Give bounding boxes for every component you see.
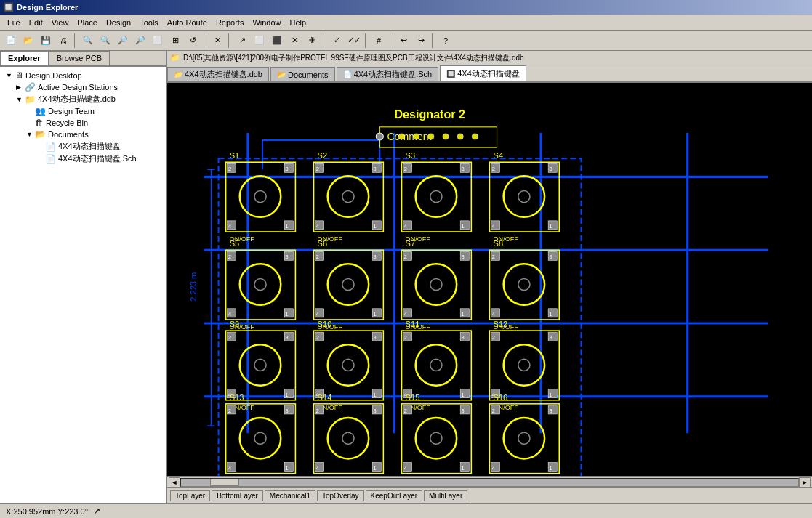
toolbar-fit[interactable]: ⊞ (167, 33, 183, 49)
toolbar-move[interactable]: ✙ (304, 33, 320, 49)
svg-text:2: 2 (228, 166, 232, 172)
layer-tabs: TopLayer BottomLayer Mechanical1 TopOver… (167, 487, 812, 503)
svg-text:1: 1 (373, 311, 377, 317)
svg-text:3: 3 (461, 334, 465, 341)
svg-text:2: 2 (316, 408, 320, 414)
tree-item-ddb[interactable]: ▼ 📁 4X4动态扫描键盘.ddb (3, 93, 163, 105)
status-bar: X:250.952mm Y:223.0° ↗ (0, 503, 812, 518)
toolbar-arrow[interactable]: ↗ (234, 33, 250, 49)
scroll-left-btn[interactable]: ◄ (169, 477, 180, 487)
toggle-ddb[interactable]: ▼ (16, 96, 23, 103)
svg-text:3: 3 (461, 408, 465, 414)
tree-item-documents[interactable]: ▼ 📂 Documents (3, 129, 163, 140)
recycle-bin-label: Recycle Bin (46, 118, 88, 127)
tree-item-desktop[interactable]: ▼ 🖥 Design Desktop (3, 70, 163, 81)
doc-tab-sch[interactable]: 📄 4X4动态扫描键盘.Sch (337, 67, 439, 81)
svg-text:S6: S6 (318, 239, 328, 248)
menu-autoroute[interactable]: Auto Route (163, 17, 212, 28)
svg-point-21 (414, 134, 419, 139)
svg-text:4: 4 (316, 465, 320, 472)
svg-text:2: 2 (228, 408, 232, 414)
scroll-right-btn[interactable]: ► (799, 477, 811, 487)
menu-place[interactable]: Place (73, 17, 102, 28)
toolbar-zoom-in[interactable]: 🔎 (115, 33, 131, 49)
ddb-icon: 📁 (25, 94, 36, 105)
svg-text:2: 2 (228, 334, 232, 341)
toggle-desktop[interactable]: ▼ (6, 72, 13, 79)
svg-text:Designator 2: Designator 2 (394, 108, 465, 121)
tree-item-pcb[interactable]: 📄 4X4动态扫描键盘 (3, 140, 163, 153)
menu-edit[interactable]: Edit (25, 17, 47, 28)
pcb-canvas[interactable]: 2.223 m Designator 2 Comment (167, 83, 812, 476)
scroll-track-h[interactable] (180, 478, 799, 487)
toolbar-drc[interactable]: ✓✓ (346, 33, 362, 49)
toolbar-select3[interactable]: ✕ (286, 33, 302, 49)
toolbar-undo[interactable]: ↩ (395, 33, 411, 49)
toolbar-save[interactable]: 💾 (38, 33, 54, 49)
svg-text:2.223 m: 2.223 m (189, 272, 198, 302)
tree-item-design-team[interactable]: 👥 Design Team (3, 105, 163, 117)
toolbar-refresh[interactable]: ↺ (185, 33, 201, 49)
doc-tab-documents[interactable]: 📂 Documents (270, 67, 335, 81)
layer-tab-bottomlayer[interactable]: BottomLayer (212, 490, 263, 501)
svg-text:S11: S11 (406, 320, 420, 328)
svg-text:3: 3 (373, 334, 377, 341)
layer-tab-multilayer[interactable]: MultiLayer (424, 490, 467, 501)
toolbar-hash[interactable]: # (371, 33, 387, 49)
toolbar-help[interactable]: ? (438, 33, 454, 49)
toolbar-search2[interactable]: 🔍 (97, 33, 113, 49)
tab-explorer[interactable]: Explorer (0, 51, 49, 65)
toolbar-redo[interactable]: ↪ (413, 33, 429, 49)
svg-text:S15: S15 (406, 393, 420, 402)
pcb-svg: 2.223 m Designator 2 Comment (167, 83, 812, 476)
layer-tab-mechanical1[interactable]: Mechanical1 (265, 490, 315, 501)
sep6 (390, 33, 393, 48)
right-panel: 📁 D:\[05]其他资源\[421]200例电子制作PROTEL 99SE硬件… (167, 51, 812, 503)
svg-text:3: 3 (549, 334, 552, 341)
svg-text:1: 1 (461, 223, 465, 230)
sep5 (365, 33, 368, 48)
toolbar-zoom-area[interactable]: ⬜ (150, 33, 166, 49)
toolbar-select2[interactable]: ⬛ (269, 33, 285, 49)
tree-item-sch[interactable]: 📄 4X4动态扫描键盘.Sch (3, 153, 163, 165)
toolbar-new[interactable]: 📄 (3, 33, 19, 49)
menu-bar: File Edit View Place Design Tools Auto R… (0, 15, 812, 31)
sep4 (323, 33, 326, 48)
sep7 (432, 33, 435, 48)
menu-window[interactable]: Window (248, 17, 285, 28)
menu-design[interactable]: Design (102, 17, 135, 28)
doc-path: D:\[05]其他资源\[421]200例电子制作PROTEL 99SE硬件原理… (183, 53, 524, 63)
svg-text:4: 4 (404, 223, 408, 230)
menu-file[interactable]: File (3, 17, 25, 28)
menu-reports[interactable]: Reports (212, 17, 249, 28)
menu-help[interactable]: Help (286, 17, 311, 28)
svg-text:S5: S5 (230, 239, 240, 248)
toggle-active-stations[interactable]: ▶ (16, 84, 23, 91)
layer-tab-toplayer[interactable]: TopLayer (170, 490, 210, 501)
toggle-documents[interactable]: ▼ (26, 131, 33, 138)
toolbar-open[interactable]: 📂 (20, 33, 36, 49)
toolbar-select-rect[interactable]: ⬜ (252, 33, 268, 49)
toolbar-cross[interactable]: ✕ (209, 33, 225, 49)
menu-view[interactable]: View (47, 17, 73, 28)
toolbar-search[interactable]: 🔍 (80, 33, 96, 49)
pcb-label: 4X4动态扫描键盘 (58, 141, 121, 152)
toolbar: 📄 📂 💾 🖨 🔍 🔍 🔎 🔎 ⬜ ⊞ ↺ ✕ ↗ ⬜ ⬛ ✕ ✙ ✓ ✓✓ #… (0, 31, 812, 51)
svg-text:4: 4 (492, 311, 496, 317)
toolbar-check[interactable]: ✓ (329, 33, 345, 49)
layer-tab-topoverlay[interactable]: TopOverlay (317, 490, 364, 501)
doc-tab-ddb[interactable]: 📁 4X4动态扫描键盘.ddb (167, 67, 269, 81)
toolbar-zoom-out[interactable]: 🔎 (132, 33, 148, 49)
doc-tabs: 📁 4X4动态扫描键盘.ddb 📂 Documents 📄 4X4动态扫描键盘.… (167, 65, 812, 83)
documents-label: Documents (48, 130, 89, 139)
tree-item-active-stations[interactable]: ▶ 🔗 Active Design Stations (3, 81, 163, 93)
layer-tab-keepoutlayer[interactable]: KeepOutLayer (366, 490, 423, 501)
menu-tools[interactable]: Tools (135, 17, 163, 28)
scroll-thumb-h[interactable] (210, 479, 239, 486)
tree-item-recycle-bin[interactable]: 🗑 Recycle Bin (3, 117, 163, 129)
svg-text:1: 1 (285, 223, 289, 230)
doc-tab-pcb[interactable]: 🔲 4X4动态扫描键盘 (440, 65, 526, 81)
toolbar-print[interactable]: 🖨 (55, 33, 71, 49)
tab-browse-pcb[interactable]: Browse PCB (49, 51, 110, 65)
horizontal-scrollbar[interactable]: ◄ ► (167, 476, 812, 487)
